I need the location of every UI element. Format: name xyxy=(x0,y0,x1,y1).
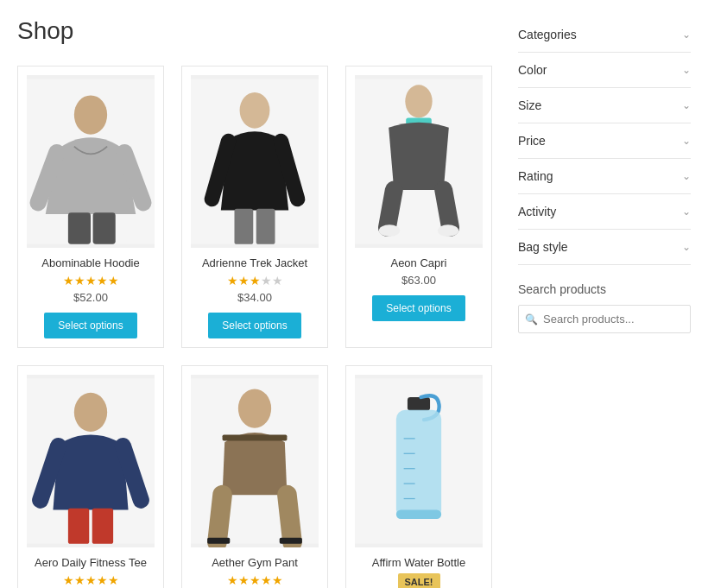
svg-rect-3 xyxy=(93,212,116,244)
product-price-aeon-capri: $63.00 xyxy=(355,274,483,287)
star-filled: ★ xyxy=(261,573,272,587)
star-filled: ★ xyxy=(97,573,108,587)
product-image-abominable-hoodie xyxy=(27,75,155,248)
select-options-button-abominable-hoodie[interactable]: Select options xyxy=(44,313,136,338)
star-filled: ★ xyxy=(227,274,238,288)
filter-label-rating: Rating xyxy=(518,169,553,183)
product-stars-adrienne-trek-jacket: ★★★★★ xyxy=(191,274,319,288)
filter-bag-style: Bag style ⌄ xyxy=(518,230,691,265)
star-filled: ★ xyxy=(238,573,250,587)
svg-point-11 xyxy=(379,224,400,237)
sale-badge-affirm-water-bottle: SALE! xyxy=(355,573,483,588)
product-image-affirm-water-bottle xyxy=(355,375,483,547)
filter-header-rating[interactable]: Rating ⌄ xyxy=(518,159,691,193)
product-image-aeon-capri xyxy=(355,75,483,248)
filter-header-size[interactable]: Size ⌄ xyxy=(518,88,691,123)
search-input-wrap: 🔍 xyxy=(518,305,691,333)
product-card-aero-daily-fitness-tee: Aero Daily Fitness Tee ★★★★★ $24.00 Sele… xyxy=(17,365,164,588)
svg-rect-30 xyxy=(396,510,441,519)
search-products-label: Search products xyxy=(518,282,691,296)
star-filled: ★ xyxy=(250,573,261,587)
filter-header-bag-style[interactable]: Bag style ⌄ xyxy=(518,230,691,264)
product-name-aether-gym-pant: Aether Gym Pant xyxy=(191,556,319,569)
star-filled: ★ xyxy=(63,274,74,288)
chevron-icon: ⌄ xyxy=(682,64,691,76)
sidebar: Categories ⌄ Color ⌄ Size ⌄ Price ⌄ Rati… xyxy=(518,17,691,588)
svg-point-9 xyxy=(405,85,432,117)
product-image-aero-daily-fitness-tee xyxy=(27,375,155,547)
product-card-aether-gym-pant: Aether Gym Pant ★★★★★ $74.00 Select opti… xyxy=(181,365,328,588)
chevron-icon: ⌄ xyxy=(682,135,691,147)
select-options-button-aeon-capri[interactable]: Select options xyxy=(372,295,465,321)
product-name-abominable-hoodie: Abominable Hoodie xyxy=(27,256,155,269)
product-price-abominable-hoodie: $52.00 xyxy=(27,291,155,304)
select-options-button-adrienne-trek-jacket[interactable]: Select options xyxy=(208,313,300,338)
star-empty: ★ xyxy=(272,274,283,288)
filter-label-categories: Categories xyxy=(518,28,577,41)
svg-rect-7 xyxy=(256,209,275,244)
filter-activity: Activity ⌄ xyxy=(518,194,691,230)
star-filled: ★ xyxy=(108,573,119,587)
star-filled: ★ xyxy=(250,274,261,288)
product-name-aero-daily-fitness-tee: Aero Daily Fitness Tee xyxy=(27,556,155,569)
product-price-adrienne-trek-jacket: $34.00 xyxy=(191,291,319,304)
svg-rect-23 xyxy=(408,397,430,411)
filter-rating: Rating ⌄ xyxy=(518,159,691,194)
filter-label-size: Size xyxy=(518,98,541,112)
product-grid: Abominable Hoodie ★★★★★ $52.00 Select op… xyxy=(17,66,492,588)
filter-categories: Categories ⌄ xyxy=(518,17,691,53)
filter-header-price[interactable]: Price ⌄ xyxy=(518,123,691,158)
chevron-icon: ⌄ xyxy=(682,99,691,111)
product-image-adrienne-trek-jacket xyxy=(191,75,319,248)
product-name-aeon-capri: Aeon Capri xyxy=(355,256,483,269)
svg-rect-2 xyxy=(68,212,91,244)
star-filled: ★ xyxy=(108,274,119,288)
product-stars-aether-gym-pant: ★★★★★ xyxy=(191,573,319,587)
product-stars-aero-daily-fitness-tee: ★★★★★ xyxy=(27,573,155,587)
search-input[interactable] xyxy=(518,305,691,333)
svg-point-5 xyxy=(240,92,270,129)
filter-header-activity[interactable]: Activity ⌄ xyxy=(518,194,691,229)
filter-header-color[interactable]: Color ⌄ xyxy=(518,53,691,87)
filter-label-activity: Activity xyxy=(518,205,556,218)
product-image-aether-gym-pant xyxy=(191,375,319,547)
product-card-affirm-water-bottle: Affirm Water Bottle SALE! Select options xyxy=(345,365,492,588)
product-name-affirm-water-bottle: Affirm Water Bottle xyxy=(355,556,483,569)
filter-color: Color ⌄ xyxy=(518,53,691,88)
star-empty: ★ xyxy=(261,274,272,288)
product-card-adrienne-trek-jacket: Adrienne Trek Jacket ★★★★★ $34.00 Select… xyxy=(181,66,328,348)
filter-price: Price ⌄ xyxy=(518,123,691,159)
search-icon: 🔍 xyxy=(525,313,538,326)
chevron-icon: ⌄ xyxy=(682,205,691,218)
star-filled: ★ xyxy=(227,573,238,587)
svg-point-18 xyxy=(238,389,271,427)
svg-rect-15 xyxy=(68,509,89,544)
filter-header-categories[interactable]: Categories ⌄ xyxy=(518,17,691,52)
chevron-icon: ⌄ xyxy=(682,170,691,182)
star-filled: ★ xyxy=(97,274,108,288)
svg-rect-20 xyxy=(207,538,230,544)
product-name-adrienne-trek-jacket: Adrienne Trek Jacket xyxy=(191,256,319,269)
star-filled: ★ xyxy=(74,573,85,587)
filter-label-color: Color xyxy=(518,63,547,77)
search-products-section: Search products 🔍 xyxy=(518,282,691,333)
star-filled: ★ xyxy=(238,274,250,288)
svg-point-14 xyxy=(74,393,107,432)
star-filled: ★ xyxy=(85,573,97,587)
svg-rect-16 xyxy=(92,509,113,544)
filter-label-price: Price xyxy=(518,134,546,148)
page-title: Shop xyxy=(17,17,492,45)
star-filled: ★ xyxy=(74,274,85,288)
product-stars-abominable-hoodie: ★★★★★ xyxy=(27,274,155,288)
star-filled: ★ xyxy=(272,573,283,587)
svg-rect-21 xyxy=(280,538,302,544)
chevron-icon: ⌄ xyxy=(682,241,691,253)
chevron-icon: ⌄ xyxy=(682,28,691,41)
star-filled: ★ xyxy=(85,274,97,288)
svg-point-1 xyxy=(74,95,107,134)
svg-point-12 xyxy=(438,224,458,237)
product-card-abominable-hoodie: Abominable Hoodie ★★★★★ $52.00 Select op… xyxy=(17,66,164,348)
main-content: Shop Abominable Hoodie ★★★★★ $52.00 Sele… xyxy=(17,17,518,588)
svg-rect-19 xyxy=(223,435,288,441)
svg-rect-6 xyxy=(234,209,253,244)
